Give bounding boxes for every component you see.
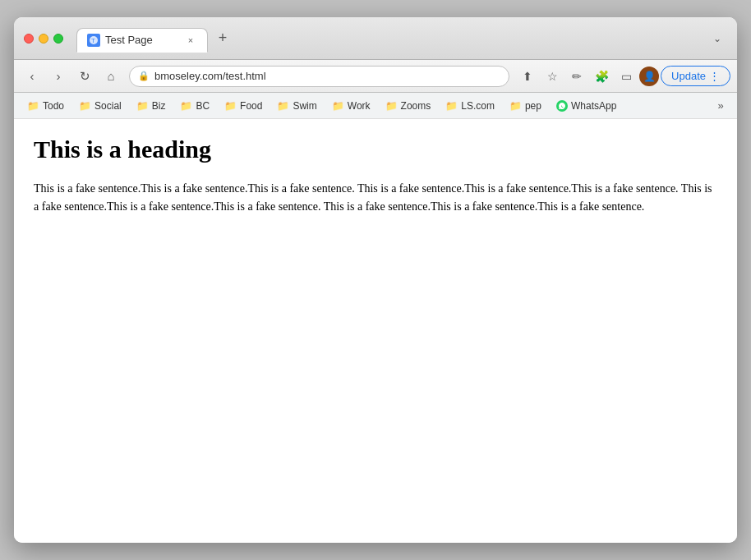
bookmark-bc[interactable]: 📁 BC: [173, 98, 216, 114]
folder-icon: 📁: [27, 100, 39, 112]
home-button[interactable]: ⌂: [99, 65, 122, 88]
bookmark-zooms[interactable]: 📁 Zooms: [379, 98, 438, 114]
folder-icon: 📁: [180, 100, 192, 112]
bookmark-swim[interactable]: 📁 Swim: [270, 98, 323, 114]
folder-icon: 📁: [509, 100, 522, 112]
forward-button[interactable]: ›: [47, 65, 70, 88]
nav-bar: ‹ › ↻ ⌂ 🔒 bmoseley.com/test.html ⬆ ☆ ✏ 🧩…: [14, 60, 737, 93]
bookmark-label: Todo: [43, 100, 64, 112]
nav-actions: ⬆ ☆ ✏ 🧩 ▭ 👤 Update ⋮: [516, 65, 730, 88]
pen-button[interactable]: ✏: [565, 65, 588, 88]
bookmark-label: Food: [240, 100, 262, 112]
more-icon: ⋮: [709, 70, 720, 82]
whatsapp-icon: [556, 100, 568, 112]
minimize-button[interactable]: [39, 34, 48, 44]
folder-icon: 📁: [79, 100, 91, 112]
lock-icon: 🔒: [138, 71, 150, 81]
bookmark-whatsapp[interactable]: WhatsApp: [550, 98, 623, 114]
folder-icon: 📁: [332, 100, 344, 112]
folder-icon: 📁: [224, 100, 237, 112]
active-tab[interactable]: T Test Page ×: [76, 28, 208, 53]
profile-avatar[interactable]: 👤: [639, 67, 659, 86]
refresh-button[interactable]: ↻: [73, 65, 96, 88]
bookmark-label: LS.com: [461, 100, 495, 112]
bookmark-label: Social: [94, 100, 122, 112]
update-label: Update: [671, 70, 706, 82]
bookmark-todo[interactable]: 📁 Todo: [21, 98, 71, 114]
address-text: bmoseley.com/test.html: [154, 70, 500, 82]
traffic-lights: [24, 34, 63, 44]
sidebar-button[interactable]: ▭: [615, 65, 638, 88]
bookmark-button[interactable]: ☆: [541, 65, 564, 88]
bookmark-label: Work: [348, 100, 371, 112]
bookmarks-overflow-button[interactable]: »: [711, 96, 730, 116]
bookmark-lscom[interactable]: 📁 LS.com: [439, 98, 501, 114]
bookmark-biz[interactable]: 📁 Biz: [130, 98, 173, 114]
tab-bar: T Test Page × + ⌄: [76, 26, 727, 51]
bookmark-label: WhatsApp: [571, 100, 616, 112]
page-paragraph: This is a fake sentence.This is a fake s…: [34, 180, 717, 217]
bookmark-social[interactable]: 📁 Social: [72, 98, 128, 114]
maximize-button[interactable]: [53, 34, 63, 44]
svg-text:T: T: [91, 37, 95, 44]
bookmark-label: Biz: [152, 100, 166, 112]
folder-icon: 📁: [277, 100, 289, 112]
folder-icon: 📁: [445, 100, 458, 112]
bookmark-label: Zooms: [401, 100, 431, 112]
folder-icon: 📁: [136, 100, 149, 112]
bookmark-pep[interactable]: 📁 pep: [503, 98, 548, 114]
extensions-button[interactable]: 🧩: [590, 65, 613, 88]
bookmarks-bar: 📁 Todo 📁 Social 📁 Biz 📁 BC 📁 Food 📁 Swim…: [14, 93, 737, 119]
title-bar: T Test Page × + ⌄: [14, 17, 737, 60]
bookmark-food[interactable]: 📁 Food: [218, 98, 269, 114]
back-button[interactable]: ‹: [21, 65, 44, 88]
bookmark-work[interactable]: 📁 Work: [325, 98, 377, 114]
new-tab-button[interactable]: +: [211, 27, 234, 50]
bookmark-label: Swim: [293, 100, 316, 112]
browser-window: T Test Page × + ⌄ ‹ › ↻ ⌂ 🔒 bmoseley.com…: [14, 17, 737, 543]
share-button[interactable]: ⬆: [516, 65, 539, 88]
page-heading: This is a heading: [34, 135, 717, 163]
close-button[interactable]: [24, 34, 34, 44]
bookmark-label: BC: [196, 100, 210, 112]
tab-label: Test Page: [105, 34, 153, 46]
address-bar[interactable]: 🔒 bmoseley.com/test.html: [129, 66, 509, 87]
page-content: This is a heading This is a fake sentenc…: [14, 119, 737, 543]
folder-icon: 📁: [385, 100, 398, 112]
update-button[interactable]: Update ⋮: [661, 66, 730, 86]
tab-favicon: T: [87, 34, 100, 47]
tab-expand-button[interactable]: ⌄: [707, 29, 727, 48]
bookmark-label: pep: [525, 100, 541, 112]
tab-close-button[interactable]: ×: [184, 34, 197, 47]
